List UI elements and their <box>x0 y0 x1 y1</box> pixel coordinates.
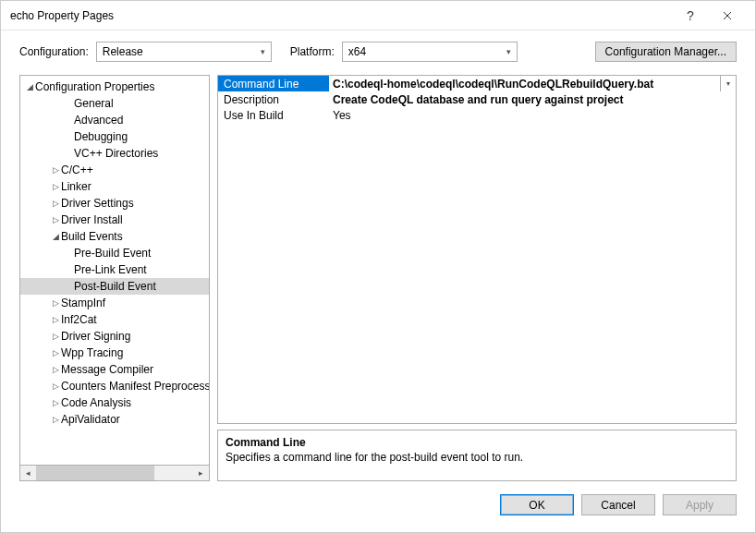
close-button[interactable] <box>709 3 746 29</box>
configuration-value: Release <box>103 45 143 58</box>
tree-item-label: Linker <box>61 180 91 193</box>
tree-item-label: Driver Signing <box>61 330 130 343</box>
ok-button[interactable]: OK <box>500 494 574 515</box>
tree-item-label: Counters Manifest Preprocessor <box>61 380 210 393</box>
grid-property-value[interactable]: Create CodeQL database and run query aga… <box>329 91 736 107</box>
description-title: Command Line <box>226 436 728 449</box>
right-panel: Command LineC:\codeql-home\codeql\codeql… <box>217 75 737 481</box>
expand-icon: ▷ <box>50 165 61 175</box>
description-box: Command Line Specifies a command line fo… <box>217 430 737 481</box>
grid-property-value[interactable]: Yes <box>329 107 736 123</box>
tree-item-label: Advanced <box>74 114 123 127</box>
close-icon <box>723 11 732 20</box>
tree-item[interactable]: Pre-Link Event <box>20 261 210 278</box>
configuration-manager-button[interactable]: Configuration Manager... <box>595 42 737 62</box>
grid-property-name: Description <box>218 91 329 107</box>
expand-icon: ▷ <box>50 398 61 407</box>
apply-button[interactable]: Apply <box>663 494 737 515</box>
chevron-down-icon: ▾ <box>261 47 265 56</box>
expand-icon: ▷ <box>50 199 61 208</box>
tree-item-label: VC++ Directories <box>74 147 158 160</box>
scroll-track[interactable] <box>36 466 193 480</box>
scroll-thumb[interactable] <box>36 466 154 480</box>
cancel-button[interactable]: Cancel <box>581 494 655 515</box>
dropdown-button[interactable]: ▾ <box>720 76 736 91</box>
tree-item[interactable]: ◢Build Events <box>20 228 210 245</box>
tree-item-label: Driver Install <box>61 213 123 226</box>
tree-item-label: Driver Settings <box>61 197 134 210</box>
tree-item[interactable]: Debugging <box>20 128 210 145</box>
tree-item-label: Wpp Tracing <box>61 346 123 359</box>
tree-item[interactable]: Advanced <box>20 112 210 128</box>
tree-item[interactable]: ▷ApiValidator <box>20 411 210 428</box>
tree-item[interactable]: ▷Code Analysis <box>20 394 210 411</box>
tree-item[interactable]: ▷Driver Install <box>20 212 210 228</box>
expand-icon: ▷ <box>50 365 61 374</box>
tree-item[interactable]: ▷Wpp Tracing <box>20 345 210 361</box>
grid-property-name: Use In Build <box>218 107 329 123</box>
body: ◢Configuration PropertiesGeneralAdvanced… <box>1 75 755 494</box>
tree-item[interactable]: ▷StampInf <box>20 295 210 311</box>
expand-icon: ▷ <box>50 182 61 191</box>
grid-row[interactable]: DescriptionCreate CodeQL database and ru… <box>218 91 736 107</box>
tree-item[interactable]: ▷C/C++ <box>20 162 210 178</box>
tree-horizontal-scrollbar[interactable]: ◂ ▸ <box>19 466 210 481</box>
property-grid[interactable]: Command LineC:\codeql-home\codeql\codeql… <box>217 75 737 424</box>
tree-item[interactable]: Post-Build Event <box>20 278 210 295</box>
tree-item[interactable]: ▷Linker <box>20 178 210 195</box>
expand-icon: ▷ <box>50 332 61 341</box>
tree-item[interactable]: Pre-Build Event <box>20 245 210 261</box>
tree-item-label: Message Compiler <box>61 363 153 376</box>
configuration-label: Configuration: <box>19 45 89 58</box>
tree-item-label: C/C++ <box>61 164 93 176</box>
tree-item-label: General <box>74 97 114 110</box>
tree-item-label: Build Events <box>61 230 123 243</box>
config-row: Configuration: Release ▾ Platform: x64 ▾… <box>1 30 755 75</box>
footer: OK Cancel Apply <box>1 494 755 532</box>
tree-item-label: Inf2Cat <box>61 313 97 326</box>
tree-panel: ◢Configuration PropertiesGeneralAdvanced… <box>19 75 210 481</box>
scroll-right-arrow-icon[interactable]: ▸ <box>193 466 209 480</box>
titlebar: echo Property Pages ? <box>1 1 755 30</box>
platform-value: x64 <box>348 45 366 58</box>
tree-item-label: Debugging <box>74 130 128 143</box>
expand-icon: ▷ <box>50 315 61 324</box>
grid-property-value[interactable]: C:\codeql-home\codeql\codeql\RunCodeQLRe… <box>329 76 720 91</box>
tree[interactable]: ◢Configuration PropertiesGeneralAdvanced… <box>19 75 210 466</box>
tree-root[interactable]: ◢Configuration Properties <box>20 79 210 95</box>
grid-property-name: Command Line <box>218 76 329 91</box>
chevron-down-icon: ▾ <box>506 47 511 56</box>
tree-item-label: Post-Build Event <box>74 280 156 293</box>
tree-item-label: Pre-Build Event <box>74 247 151 260</box>
expand-icon: ▷ <box>50 298 61 308</box>
tree-item-label: Code Analysis <box>61 396 131 409</box>
scroll-left-arrow-icon[interactable]: ◂ <box>20 466 36 480</box>
tree-item[interactable]: ▷Driver Signing <box>20 328 210 345</box>
collapse-icon: ◢ <box>50 232 61 241</box>
tree-item[interactable]: ▷Inf2Cat <box>20 311 210 328</box>
collapse-icon: ◢ <box>24 82 35 91</box>
expand-icon: ▷ <box>50 415 61 424</box>
description-text: Specifies a command line for the post-bu… <box>226 451 728 464</box>
help-button[interactable]: ? <box>672 3 709 29</box>
property-pages-dialog: echo Property Pages ? Configuration: Rel… <box>0 0 756 533</box>
tree-item[interactable]: ▷Message Compiler <box>20 361 210 378</box>
tree-item-label: ApiValidator <box>61 413 120 426</box>
tree-item-label: Configuration Properties <box>35 80 154 93</box>
window-title: echo Property Pages <box>10 9 672 22</box>
tree-item-label: Pre-Link Event <box>74 263 147 276</box>
expand-icon: ▷ <box>50 215 61 224</box>
tree-item[interactable]: VC++ Directories <box>20 145 210 162</box>
platform-select[interactable]: x64 ▾ <box>342 42 518 62</box>
tree-item[interactable]: General <box>20 95 210 112</box>
expand-icon: ▷ <box>50 382 61 391</box>
configuration-select[interactable]: Release ▾ <box>96 42 272 62</box>
grid-row[interactable]: Use In BuildYes <box>218 107 736 123</box>
platform-label: Platform: <box>290 45 335 58</box>
grid-row[interactable]: Command LineC:\codeql-home\codeql\codeql… <box>218 76 736 91</box>
tree-item-label: StampInf <box>61 297 105 309</box>
tree-item[interactable]: ▷Driver Settings <box>20 195 210 212</box>
expand-icon: ▷ <box>50 348 61 357</box>
chevron-down-icon: ▾ <box>726 79 730 88</box>
tree-item[interactable]: ▷Counters Manifest Preprocessor <box>20 378 210 394</box>
